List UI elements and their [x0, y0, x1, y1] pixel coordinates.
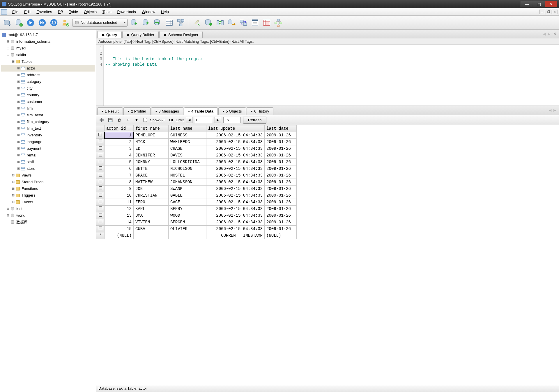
- cell-last_date[interactable]: 2009-01-26: [265, 226, 297, 232]
- cell-last_name[interactable]: CAGE: [169, 199, 206, 206]
- cell-last_update[interactable]: 2006-02-15 04:34:33: [206, 152, 265, 159]
- row-selector[interactable]: [96, 165, 105, 172]
- menu-file[interactable]: File: [9, 9, 21, 15]
- expander-icon[interactable]: ⊞: [11, 193, 15, 197]
- cell-last_name[interactable]: SWANK: [169, 186, 206, 192]
- table-row[interactable]: 14VIVIENBERGEN2006-02-15 04:34:332009-01…: [96, 219, 297, 226]
- expander-icon[interactable]: ⊞: [16, 167, 20, 170]
- cell-last_update[interactable]: 2006-02-15 04:34:33: [206, 172, 265, 179]
- tree-table-film_actor[interactable]: ⊞film_actor: [1, 112, 95, 118]
- tree-db-sakila[interactable]: ⊟sakila: [1, 51, 95, 58]
- cell-last_name[interactable]: JOHANSSON: [169, 179, 206, 186]
- cell-last_update[interactable]: 2006-02-15 04:34:33: [206, 179, 265, 186]
- maximize-button[interactable]: ▢: [533, 1, 545, 7]
- expander-icon[interactable]: ⊞: [11, 200, 15, 204]
- tree-db-information_schema[interactable]: ⊞information_schema: [1, 38, 95, 45]
- cell-last_date[interactable]: (NULL): [265, 232, 297, 239]
- table-row[interactable]: 12KARLBERRY2006-02-15 04:34:332009-01-26: [96, 206, 297, 212]
- expander-icon[interactable]: ⊞: [16, 86, 20, 90]
- cell-last_date[interactable]: 2009-01-26: [265, 132, 297, 139]
- tree-folder-views[interactable]: ⊞Views: [1, 172, 95, 179]
- filter-icon[interactable]: ▼: [133, 117, 140, 123]
- expander-icon[interactable]: ⊞: [6, 207, 10, 211]
- column-header-last_update[interactable]: last_update: [206, 125, 265, 132]
- tree-db-test[interactable]: ⊞test: [1, 205, 95, 212]
- column-header-last_name[interactable]: last_name: [169, 125, 206, 132]
- result-tab-objects[interactable]: ▪5 Objects: [218, 107, 246, 115]
- delete-row-icon[interactable]: 🗑: [116, 117, 122, 123]
- form-icon[interactable]: [250, 18, 260, 28]
- expander-icon[interactable]: ⊞: [6, 220, 10, 224]
- cell-first_name[interactable]: UMA: [134, 212, 169, 219]
- row-selector[interactable]: [96, 199, 105, 206]
- cell-last_date[interactable]: 2009-01-26: [265, 172, 297, 179]
- expander-icon[interactable]: ⊞: [16, 113, 20, 117]
- cell-last_update[interactable]: 2006-02-15 04:34:33: [206, 139, 265, 145]
- cell-last_name[interactable]: [169, 232, 206, 239]
- expander-icon[interactable]: ⊞: [16, 73, 20, 77]
- next-page-button[interactable]: ▶: [215, 117, 221, 123]
- refresh-button[interactable]: Refresh: [243, 117, 267, 124]
- tree-table-store[interactable]: ⊞store: [1, 165, 95, 172]
- cell-last_date[interactable]: 2009-01-26: [265, 152, 297, 159]
- row-selector[interactable]: [96, 179, 105, 186]
- cell-actor_id[interactable]: 6: [105, 165, 134, 172]
- cell-last_name[interactable]: OLIVIER: [169, 226, 206, 232]
- cell-last_name[interactable]: GABLE: [169, 192, 206, 199]
- cell-last_name[interactable]: WOOD: [169, 212, 206, 219]
- row-selector[interactable]: [96, 172, 105, 179]
- cell-first_name[interactable]: NICK: [134, 139, 169, 145]
- row-selector[interactable]: [96, 192, 105, 199]
- tree-table-customer[interactable]: ⊞customer: [1, 98, 95, 105]
- relations-icon[interactable]: [176, 18, 186, 28]
- cell-last_update[interactable]: 2006-02-15 04:34:33: [206, 199, 265, 206]
- tab-query-builder[interactable]: ◆Query Builder: [122, 31, 159, 38]
- cell-last_update[interactable]: 2006-02-15 04:34:33: [206, 165, 265, 172]
- data-sync-icon[interactable]: [238, 18, 248, 28]
- cell-last_update[interactable]: 2006-02-15 04:34:33: [206, 145, 265, 152]
- tree-table-payment[interactable]: ⊞payment: [1, 145, 95, 152]
- cell-first_name[interactable]: MATTHEW: [134, 179, 169, 186]
- cell-last_update[interactable]: 2006-02-15 04:34:33: [206, 212, 265, 219]
- mdi-restore-button[interactable]: ❐: [546, 10, 551, 14]
- cell-actor_id[interactable]: 15: [105, 226, 134, 232]
- migrate-icon[interactable]: [227, 18, 237, 28]
- expander-icon[interactable]: ⊞: [6, 46, 10, 50]
- tree-folder-stored-procs[interactable]: ⊞Stored Procs: [1, 179, 95, 185]
- row-selector[interactable]: [96, 212, 105, 219]
- cancel-icon[interactable]: ↩: [125, 117, 131, 123]
- cell-first_name[interactable]: PENELOPE: [134, 132, 169, 139]
- minimize-button[interactable]: —: [521, 1, 533, 7]
- table-row-new[interactable]: *(NULL)CURRENT_TIMESTAMP(NULL): [96, 232, 297, 239]
- database-selector[interactable]: No database selected: [72, 19, 128, 27]
- cell-actor_id[interactable]: 4: [105, 152, 134, 159]
- tree-table-film_category[interactable]: ⊞film_category: [1, 118, 95, 125]
- tree-table-city[interactable]: ⊞city: [1, 85, 95, 92]
- cell-first_name[interactable]: VIVIEN: [134, 219, 169, 226]
- expander-icon[interactable]: ⊞: [16, 147, 20, 150]
- cell-actor_id[interactable]: 3: [105, 145, 134, 152]
- cell-last_date[interactable]: 2009-01-26: [265, 145, 297, 152]
- tree-table-inventory[interactable]: ⊞inventory: [1, 132, 95, 138]
- cell-first_name[interactable]: CUBA: [134, 226, 169, 232]
- import-icon[interactable]: [129, 18, 139, 28]
- export-icon[interactable]: [141, 18, 151, 28]
- table-row[interactable]: 6BETTENICHOLSON2006-02-15 04:34:332009-0…: [96, 165, 297, 172]
- flush-icon[interactable]: [192, 18, 202, 28]
- cell-first_name[interactable]: GRACE: [134, 172, 169, 179]
- expander-icon[interactable]: ⊞: [16, 120, 20, 124]
- cell-last_name[interactable]: LOLLOBRIGIDA: [169, 159, 206, 165]
- expander-icon[interactable]: ⊟: [6, 53, 10, 57]
- cell-last_update[interactable]: 2006-02-15 04:34:33: [206, 226, 265, 232]
- table-row[interactable]: 2NICKWAHLBERG2006-02-15 04:34:332009-01-…: [96, 139, 297, 145]
- tree-table-address[interactable]: ⊞address: [1, 72, 95, 78]
- tree-table-language[interactable]: ⊞language: [1, 138, 95, 145]
- expander-icon[interactable]: ⊞: [11, 187, 15, 190]
- table-row[interactable]: 9JOESWANK2006-02-15 04:34:332009-01-26: [96, 186, 297, 192]
- mdi-minimize-button[interactable]: –: [539, 10, 545, 14]
- table-icon[interactable]: [164, 18, 174, 28]
- mdi-close-button[interactable]: ×: [552, 10, 558, 14]
- tree-db-mysql[interactable]: ⊞mysql: [1, 45, 95, 51]
- tree-db-world[interactable]: ⊞world: [1, 212, 95, 219]
- sync-icon[interactable]: [153, 18, 162, 28]
